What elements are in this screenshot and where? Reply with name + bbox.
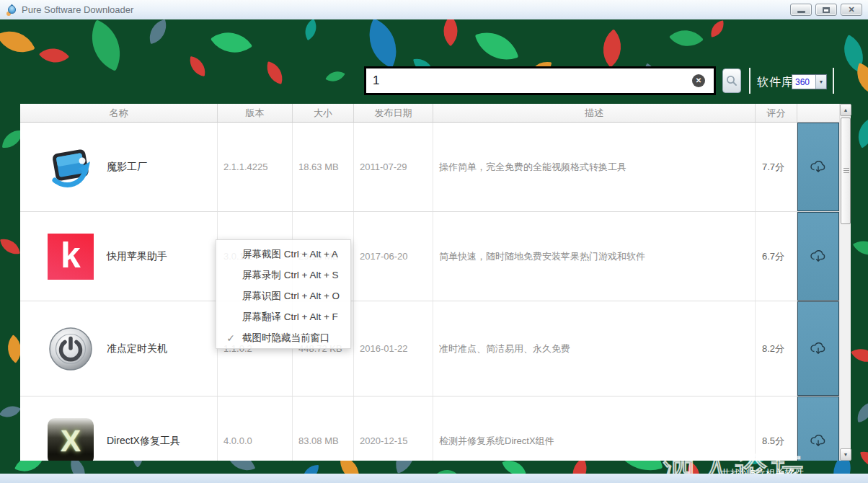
scrollbar-grip xyxy=(843,168,849,173)
column-header-name: 名称 xyxy=(20,104,218,122)
window-title: Pure Software Downloader xyxy=(22,4,133,15)
app-description: 检测并修复系统DirectX组件 xyxy=(433,435,554,448)
download-button[interactable] xyxy=(797,301,839,396)
directx-letter-icon: X xyxy=(61,426,81,456)
app-size: 18.63 MB xyxy=(293,161,339,172)
leaf-decoration xyxy=(709,20,725,37)
clear-search-icon[interactable]: ✕ xyxy=(692,74,705,87)
leaf-decoration xyxy=(0,22,35,61)
column-header-download xyxy=(797,104,839,122)
app-icon xyxy=(48,326,94,372)
maximize-button[interactable] xyxy=(815,4,837,16)
leaf-decoration xyxy=(853,234,868,262)
minimize-icon xyxy=(797,11,805,13)
leaf-decoration xyxy=(0,401,21,422)
result-count-status: 共找到5款相关软件 xyxy=(721,467,805,474)
context-menu-item[interactable]: 屏幕翻译 Ctrl + Alt + F xyxy=(216,306,350,327)
column-header-date: 发布日期 xyxy=(354,104,433,122)
context-menu-item-label: 屏幕识图 Ctrl + Alt + O xyxy=(242,290,340,303)
leaf-decoration xyxy=(80,19,132,71)
app-release-date: 2011-07-29 xyxy=(354,161,407,172)
download-button[interactable] xyxy=(797,212,839,301)
search-button[interactable] xyxy=(722,68,741,93)
app-icon: X xyxy=(48,418,94,461)
download-button[interactable] xyxy=(797,123,839,211)
context-menu-item[interactable]: 屏幕录制 Ctrl + Alt + S xyxy=(216,265,350,285)
scrollbar[interactable]: ▲ ▼ xyxy=(839,104,851,461)
search-icon xyxy=(726,75,738,87)
minimize-button[interactable] xyxy=(790,4,812,16)
window-controls: ✕ xyxy=(790,4,862,16)
leaf-decoration xyxy=(146,19,170,44)
app-logo-icon xyxy=(6,4,17,16)
app-description: 准时准点、简洁易用、永久免费 xyxy=(433,342,570,355)
leaf-decoration xyxy=(211,22,252,63)
leaf-decoration xyxy=(475,25,518,68)
app-icon xyxy=(48,144,94,190)
app-rating: 8.5分 xyxy=(756,435,784,448)
leaf-decoration xyxy=(0,236,20,257)
app-version: 2.1.1.4225 xyxy=(218,161,267,172)
window-bottom-frame xyxy=(0,474,868,483)
table-header: 名称 版本 大小 发布日期 描述 评分 xyxy=(20,104,839,123)
leaf-decoration xyxy=(2,129,22,149)
context-menu-item[interactable]: ✓ 截图时隐藏当前窗口 xyxy=(216,327,350,348)
context-menu-item-label: 屏幕录制 Ctrl + Alt + S xyxy=(242,269,339,282)
cloud-download-icon xyxy=(809,249,828,265)
divider xyxy=(749,68,750,94)
app-rating: 7.7分 xyxy=(756,161,784,174)
leaf-decoration xyxy=(39,40,69,71)
cloud-download-icon xyxy=(809,159,828,175)
app-window: Pure Software Downloader ✕ ✕ 软件库 360 ▼ xyxy=(0,0,868,483)
leaf-decoration xyxy=(855,402,868,422)
app-description: 简单快速，随时随地免费安装苹果热门游戏和软件 xyxy=(433,250,645,263)
app-rating: 8.2分 xyxy=(756,342,784,355)
app-name: DirectX修复工具 xyxy=(107,435,180,448)
context-menu-item[interactable]: 屏幕截图 Ctrl + Alt + A xyxy=(216,244,350,265)
leaf-decoration xyxy=(669,21,704,56)
search-box xyxy=(364,66,716,95)
column-header-version: 版本 xyxy=(218,104,293,122)
app-icon: k xyxy=(48,234,94,280)
leaf-decoration xyxy=(263,61,286,84)
column-header-size: 大小 xyxy=(293,104,354,122)
check-icon: ✓ xyxy=(223,332,239,344)
table-main: 名称 版本 大小 发布日期 描述 评分 魔影工厂 2.1.1.4225 18 xyxy=(20,104,839,461)
app-release-date: 2017-06-20 xyxy=(354,251,408,262)
chevron-down-icon: ▼ xyxy=(815,75,826,89)
app-version: 4.0.0.0 xyxy=(218,435,252,446)
kuaiyong-letter-icon: k xyxy=(61,237,81,273)
table-row[interactable]: k 快用苹果助手 3.0.1.2 29.16 MB 2017-06-20 简单快… xyxy=(20,212,839,301)
software-table: 名称 版本 大小 发布日期 描述 评分 魔影工厂 2.1.1.4225 18 xyxy=(20,104,851,461)
app-name: 快用苹果助手 xyxy=(107,250,167,263)
scrollbar-thumb[interactable] xyxy=(841,118,851,224)
app-description: 操作简单，完全免费的全能视频格式转换工具 xyxy=(433,161,626,174)
close-button[interactable]: ✕ xyxy=(841,4,862,16)
source-dropdown[interactable]: 360 ▼ xyxy=(792,74,827,89)
context-menu-item-label: 屏幕截图 Ctrl + Alt + A xyxy=(242,248,338,261)
leaf-decoration xyxy=(851,119,868,149)
app-name: 准点定时关机 xyxy=(107,342,167,355)
leaf-decoration xyxy=(435,19,466,46)
cloud-download-icon xyxy=(809,341,828,357)
table-row[interactable]: 魔影工厂 2.1.1.4225 18.63 MB 2011-07-29 操作简单… xyxy=(20,123,839,212)
main-area: ✕ 软件库 360 ▼ 名称 版本 大小 发布日期 描述 评分 xyxy=(0,19,868,474)
divider xyxy=(833,68,834,94)
leaf-decoration xyxy=(187,56,208,76)
leaf-decoration xyxy=(437,464,459,474)
title-bar: Pure Software Downloader ✕ xyxy=(0,0,868,19)
app-size: 83.08 MB xyxy=(293,435,339,446)
context-menu-item[interactable]: 屏幕识图 Ctrl + Alt + O xyxy=(216,285,350,306)
scroll-up-icon[interactable]: ▲ xyxy=(840,104,851,116)
app-release-date: 2020-12-15 xyxy=(354,435,408,446)
leaf-decoration xyxy=(593,29,632,68)
leaf-decoration xyxy=(358,19,407,68)
app-release-date: 2016-01-22 xyxy=(354,343,408,354)
leaf-decoration xyxy=(851,342,868,368)
app-name: 魔影工厂 xyxy=(107,161,147,174)
table-body: 魔影工厂 2.1.1.4225 18.63 MB 2011-07-29 操作简单… xyxy=(20,123,839,461)
library-label: 软件库 xyxy=(757,75,794,90)
search-input[interactable] xyxy=(366,68,714,93)
maximize-icon xyxy=(823,7,830,13)
table-row[interactable]: 准点定时关机 1.1.0.2 448.72 KB 2016-01-22 准时准点… xyxy=(20,301,839,396)
